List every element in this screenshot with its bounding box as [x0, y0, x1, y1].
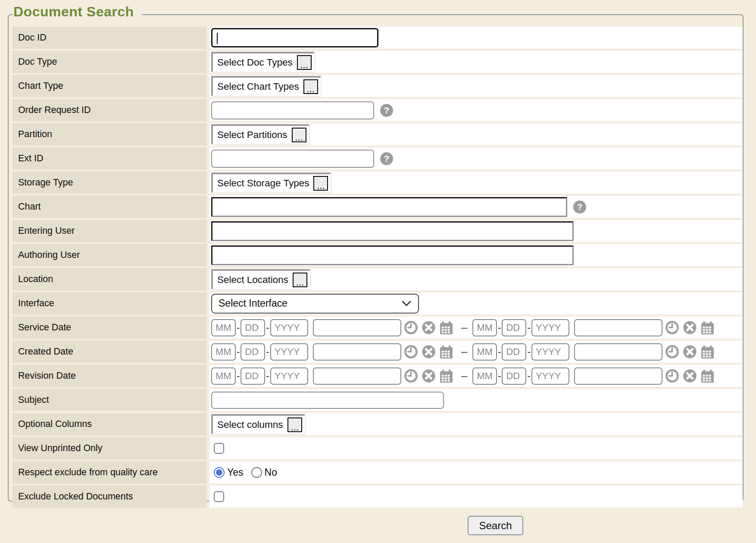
location-multiselect[interactable]: Select Locations ...: [211, 269, 310, 289]
calendar-icon[interactable]: [439, 368, 454, 384]
search-button[interactable]: Search: [468, 516, 523, 535]
view-unprinted-only-checkbox[interactable]: [214, 443, 224, 454]
clock-icon[interactable]: [403, 344, 419, 360]
year-input[interactable]: [531, 367, 569, 385]
partition-browse-button[interactable]: ...: [292, 128, 306, 142]
date-range-separator: –: [461, 321, 467, 334]
clear-icon[interactable]: [682, 320, 698, 336]
clear-icon[interactable]: [682, 368, 698, 384]
time-input[interactable]: [313, 367, 401, 385]
help-icon[interactable]: ?: [380, 104, 393, 117]
day-input[interactable]: [241, 367, 265, 385]
help-icon[interactable]: ?: [380, 152, 393, 165]
calendar-icon[interactable]: [439, 344, 454, 360]
day-input[interactable]: [502, 319, 526, 336]
service-date-label: Service Date: [12, 317, 206, 339]
doc-id-input[interactable]: [212, 29, 377, 46]
authoring-user-input[interactable]: [211, 245, 574, 265]
clock-icon[interactable]: [665, 368, 680, 384]
month-input[interactable]: [211, 343, 236, 361]
year-input[interactable]: [270, 367, 308, 385]
day-input[interactable]: [241, 343, 265, 361]
interface-label: Interface: [12, 292, 206, 314]
storage-type-browse-button[interactable]: ...: [313, 176, 328, 191]
respect-exclude-no-radio[interactable]: [251, 467, 262, 478]
chart-type-multiselect-value: Select Chart Types: [217, 81, 299, 92]
date-part-separator: -: [527, 322, 530, 333]
year-input[interactable]: [270, 319, 308, 336]
created-date-label: Created Date: [12, 341, 206, 363]
calendar-icon[interactable]: [439, 320, 454, 336]
clear-icon[interactable]: [421, 344, 437, 360]
row-ext-id: Ext ID ?: [12, 148, 743, 169]
doc-type-multiselect[interactable]: Select Doc Types ...: [211, 52, 315, 72]
revision-date-to-group: - -: [472, 367, 715, 385]
row-storage-type: Storage Type Select Storage Types ...: [12, 172, 743, 194]
row-service-date: Service Date - - – - -: [12, 317, 743, 339]
calendar-icon[interactable]: [700, 344, 715, 360]
created-date-from-group: - -: [211, 343, 454, 361]
clock-icon[interactable]: [403, 368, 419, 384]
location-browse-button[interactable]: ...: [293, 273, 307, 287]
respect-exclude-label: Respect exclude from quality care: [12, 461, 206, 483]
subject-label: Subject: [12, 389, 206, 411]
clock-icon[interactable]: [665, 320, 680, 336]
chart-type-browse-button[interactable]: ...: [303, 79, 318, 94]
subject-input[interactable]: [211, 392, 444, 409]
row-doc-id: Doc ID: [12, 27, 743, 49]
ext-id-input[interactable]: [211, 150, 374, 168]
order-request-id-label: Order Request ID: [12, 99, 206, 121]
respect-exclude-yes-radio[interactable]: [214, 467, 225, 478]
date-part-separator: -: [527, 346, 530, 358]
day-input[interactable]: [502, 367, 526, 385]
day-input[interactable]: [241, 319, 265, 336]
entering-user-input[interactable]: [211, 221, 574, 241]
time-input[interactable]: [574, 343, 662, 361]
month-input[interactable]: [211, 319, 236, 336]
calendar-icon[interactable]: [700, 368, 715, 384]
row-optional-columns: Optional Columns Select columns ...: [12, 413, 743, 435]
date-part-separator: -: [237, 346, 240, 358]
row-order-request-id: Order Request ID ?: [12, 99, 743, 121]
chart-input[interactable]: [211, 197, 567, 217]
optional-columns-multiselect[interactable]: Select columns ...: [211, 414, 305, 434]
month-input[interactable]: [472, 367, 497, 385]
doc-id-label: Doc ID: [12, 27, 206, 49]
date-part-separator: -: [266, 322, 269, 333]
clock-icon[interactable]: [665, 344, 680, 360]
time-input[interactable]: [574, 367, 662, 385]
order-request-id-input[interactable]: [211, 101, 374, 119]
partition-multiselect-value: Select Partitions: [217, 129, 287, 141]
help-icon[interactable]: ?: [573, 201, 586, 213]
date-part-separator: -: [266, 370, 269, 382]
row-revision-date: Revision Date - - – - -: [12, 365, 743, 387]
location-label: Location: [12, 268, 206, 290]
interface-select-value: Select Interface: [219, 298, 287, 309]
month-input[interactable]: [472, 319, 497, 336]
month-input[interactable]: [472, 343, 497, 361]
storage-type-multiselect[interactable]: Select Storage Types ...: [211, 173, 331, 193]
chart-type-multiselect[interactable]: Select Chart Types ...: [211, 76, 321, 96]
interface-select[interactable]: Select Interface: [211, 294, 419, 314]
time-input[interactable]: [313, 319, 401, 336]
optional-columns-browse-button[interactable]: ...: [287, 417, 302, 432]
clear-icon[interactable]: [682, 344, 698, 360]
month-input[interactable]: [211, 367, 236, 385]
exclude-locked-checkbox[interactable]: [214, 491, 224, 502]
clear-icon[interactable]: [421, 320, 437, 336]
year-input[interactable]: [531, 319, 569, 336]
service-date-from-group: - -: [211, 319, 454, 336]
doc-type-browse-button[interactable]: ...: [297, 55, 312, 70]
clock-icon[interactable]: [403, 320, 419, 336]
text-caret: [217, 33, 218, 44]
row-exclude-locked: Exclude Locked Documents: [12, 486, 743, 508]
form-actions: Search: [0, 516, 756, 535]
clear-icon[interactable]: [421, 368, 437, 384]
calendar-icon[interactable]: [700, 320, 715, 336]
time-input[interactable]: [313, 343, 401, 361]
time-input[interactable]: [574, 319, 662, 336]
year-input[interactable]: [531, 343, 569, 361]
year-input[interactable]: [270, 343, 308, 361]
partition-multiselect[interactable]: Select Partitions ...: [211, 124, 309, 144]
day-input[interactable]: [502, 343, 526, 361]
